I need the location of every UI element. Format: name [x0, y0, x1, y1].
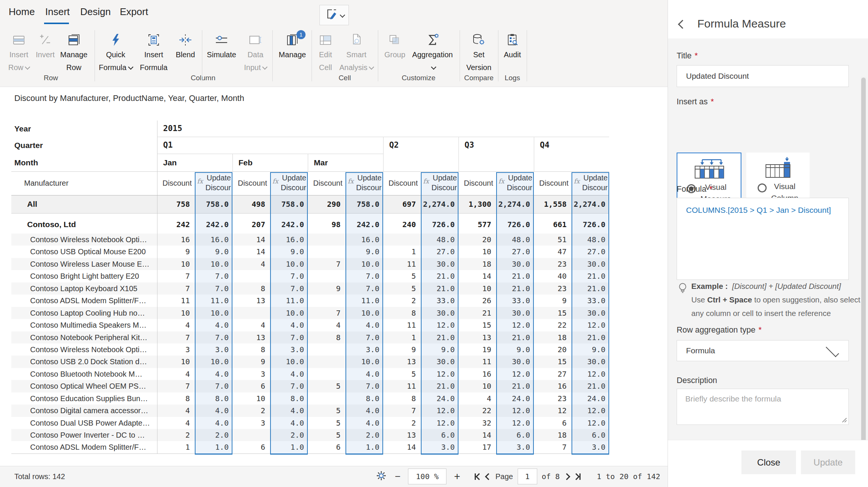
- table-cell[interactable]: 1,558: [534, 195, 572, 213]
- table-cell[interactable]: 726.0: [421, 215, 458, 234]
- table-cell[interactable]: 12.0: [421, 368, 458, 380]
- discount-column-header[interactable]: Discount: [534, 171, 568, 195]
- table-cell[interactable]: 7.0: [345, 282, 383, 295]
- row-label[interactable]: Contoso Notebook Peripheral Kit…: [30, 331, 156, 343]
- last-page-button[interactable]: [574, 473, 581, 480]
- table-cell[interactable]: 6: [232, 441, 270, 453]
- table-cell[interactable]: 24.0: [421, 392, 458, 405]
- table-cell[interactable]: 21.0: [421, 270, 458, 282]
- table-cell[interactable]: 7.0: [270, 331, 308, 343]
- table-cell[interactable]: 21.0: [421, 380, 458, 392]
- table-cell[interactable]: 10.0: [195, 258, 232, 270]
- table-cell[interactable]: 6.0: [496, 429, 534, 441]
- table-cell[interactable]: 12.0: [496, 417, 534, 429]
- table-cell[interactable]: 6: [308, 441, 345, 453]
- table-cell[interactable]: 30.0: [421, 258, 458, 270]
- table-cell[interactable]: 51: [534, 234, 572, 246]
- row-label[interactable]: Contoso Bright Light battery E20: [30, 270, 156, 282]
- ribbon-button-aggregation[interactable]: Aggregation: [412, 32, 453, 74]
- table-cell[interactable]: 21.0: [496, 380, 534, 392]
- tab-home[interactable]: Home: [9, 6, 35, 18]
- table-cell[interactable]: 7: [157, 282, 195, 295]
- row-label[interactable]: Contoso Laptop Cooling Hub no…: [30, 307, 156, 319]
- updated-discount-column-header[interactable]: fxUpdateDiscour: [421, 171, 458, 195]
- table-cell[interactable]: 9.0: [195, 246, 232, 258]
- table-cell[interactable]: 758.0: [345, 195, 383, 213]
- table-cell[interactable]: 24.0: [572, 392, 609, 405]
- table-cell[interactable]: 30.0: [496, 356, 534, 368]
- table-cell[interactable]: 758: [157, 195, 195, 213]
- table-cell[interactable]: 10: [157, 356, 195, 368]
- updated-discount-column-header[interactable]: fxUpdateDiscour: [496, 171, 534, 195]
- table-cell[interactable]: 3: [157, 343, 195, 356]
- table-cell[interactable]: 12: [534, 405, 572, 417]
- table-cell[interactable]: 13: [383, 429, 421, 441]
- table-cell[interactable]: 33.0: [572, 295, 609, 307]
- table-cell[interactable]: 48.0: [496, 234, 534, 246]
- edit-report-button[interactable]: [319, 5, 349, 25]
- table-cell[interactable]: 20: [458, 234, 496, 246]
- updated-discount-column-header[interactable]: fxUpdateDiscour: [572, 171, 609, 195]
- ribbon-button-blend[interactable]: Blend: [165, 32, 206, 61]
- table-cell[interactable]: 16.0: [195, 234, 232, 246]
- table-cell[interactable]: 4.0: [270, 319, 308, 331]
- table-cell[interactable]: 661: [534, 215, 572, 234]
- table-cell[interactable]: 4: [308, 319, 345, 331]
- table-cell[interactable]: [308, 295, 345, 307]
- scrollbar-thumb[interactable]: [861, 78, 866, 471]
- table-cell[interactable]: 11: [383, 258, 421, 270]
- table-cell[interactable]: 6: [534, 417, 572, 429]
- table-cell[interactable]: 30.0: [572, 356, 609, 368]
- table-cell[interactable]: 11: [383, 380, 421, 392]
- month-header-Jan[interactable]: Jan: [163, 154, 177, 171]
- table-cell[interactable]: 4: [232, 319, 270, 331]
- row-label[interactable]: Contoso USB Optical Mouse E200: [30, 246, 156, 258]
- table-cell[interactable]: 4.0: [195, 368, 232, 380]
- discount-column-header[interactable]: Discount: [308, 171, 342, 195]
- table-cell[interactable]: 23: [534, 392, 572, 405]
- row-label[interactable]: Contoso ADSL Modem Splitter/F…: [30, 295, 156, 307]
- table-cell[interactable]: 27: [534, 368, 572, 380]
- table-cell[interactable]: [308, 234, 345, 246]
- page-input[interactable]: [518, 469, 537, 484]
- table-cell[interactable]: 6.0: [421, 429, 458, 441]
- table-cell[interactable]: 2.0: [345, 429, 383, 441]
- table-cell[interactable]: 4.0: [345, 405, 383, 417]
- table-cell[interactable]: 577: [458, 215, 496, 234]
- table-cell[interactable]: 33.0: [421, 295, 458, 307]
- table-cell[interactable]: 8.0: [345, 392, 383, 405]
- table-cell[interactable]: 16.0: [270, 234, 308, 246]
- tab-design[interactable]: Design: [80, 6, 111, 18]
- table-cell[interactable]: 16: [458, 368, 496, 380]
- table-cell[interactable]: 10: [157, 258, 195, 270]
- previous-page-button[interactable]: [486, 474, 491, 479]
- table-cell[interactable]: [232, 270, 270, 282]
- table-cell[interactable]: [308, 392, 345, 405]
- zoom-level[interactable]: 100 %: [408, 469, 446, 484]
- table-cell[interactable]: 9: [383, 343, 421, 356]
- table-cell[interactable]: 4.0: [270, 417, 308, 429]
- table-cell[interactable]: 7: [308, 307, 345, 319]
- row-label[interactable]: Contoso Power Inverter - DC to …: [30, 429, 156, 441]
- table-cell[interactable]: 17: [458, 441, 496, 453]
- table-cell[interactable]: 47: [534, 246, 572, 258]
- table-cell[interactable]: 21.0: [496, 270, 534, 282]
- table-cell[interactable]: 4.0: [345, 368, 383, 380]
- table-cell[interactable]: 7: [157, 380, 195, 392]
- table-cell[interactable]: 4: [157, 405, 195, 417]
- table-cell[interactable]: 9: [534, 295, 572, 307]
- table-cell[interactable]: 10.0: [270, 258, 308, 270]
- update-button[interactable]: Update: [801, 450, 855, 474]
- radio-unselected-icon[interactable]: [758, 183, 767, 192]
- discount-column-header[interactable]: Discount: [157, 171, 192, 195]
- table-cell[interactable]: 10.0: [345, 258, 383, 270]
- updated-discount-column-header[interactable]: fxUpdateDiscour: [345, 171, 383, 195]
- table-cell[interactable]: 12.0: [496, 319, 534, 331]
- table-cell[interactable]: 697: [383, 195, 421, 213]
- table-cell[interactable]: [308, 343, 345, 356]
- formula-editor[interactable]: COLUMNS.[2015 > Q1 > Jan > Discount]: [677, 198, 849, 280]
- table-cell[interactable]: 4: [157, 319, 195, 331]
- table-cell[interactable]: 4: [157, 417, 195, 429]
- table-cell[interactable]: 11.0: [345, 295, 383, 307]
- table-cell[interactable]: 3.0: [345, 343, 383, 356]
